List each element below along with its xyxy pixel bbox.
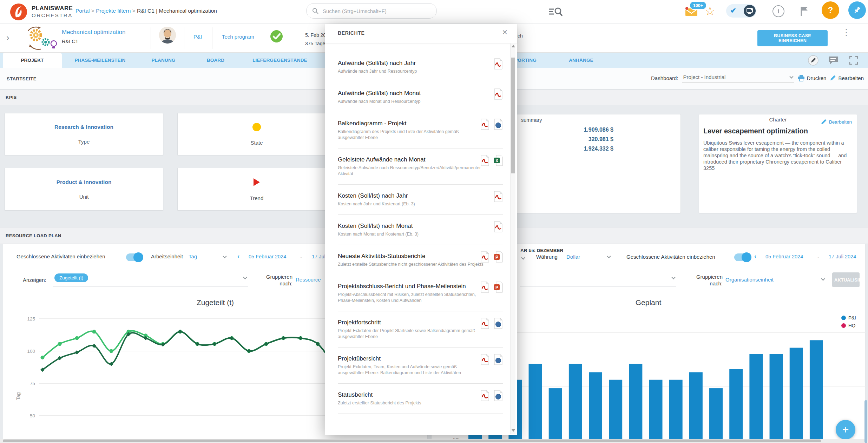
- report-item[interactable]: Balkendiagramm - ProjektBalkendiagramm d…: [338, 112, 503, 148]
- pdf-export-icon[interactable]: [494, 221, 503, 234]
- report-item[interactable]: Geleistete Aufwände nach MonatGeleistete…: [338, 148, 503, 185]
- pdf-export-icon[interactable]: [480, 354, 489, 366]
- pdf-export-icon[interactable]: [480, 318, 489, 330]
- dashboard-select[interactable]: Project - Industrial: [682, 73, 794, 82]
- html-export-icon[interactable]: [494, 354, 503, 366]
- report-item[interactable]: Kosten (Soll/Ist) nach MonatKosten nach …: [338, 215, 503, 245]
- work-unit-select[interactable]: Tag: [189, 253, 197, 259]
- tab-anhaenge[interactable]: ANHÄNGE: [564, 53, 599, 68]
- screen-edit-icon[interactable]: [744, 5, 756, 17]
- annotate-icon[interactable]: [808, 55, 819, 67]
- html-export-icon[interactable]: [494, 318, 503, 330]
- add-button[interactable]: +: [836, 420, 855, 439]
- report-item[interactable]: ProjektfortschrittProjekt-Eckdaten der P…: [338, 311, 503, 348]
- prev-period-chevron[interactable]: ‹: [754, 252, 756, 260]
- report-item[interactable]: StatusberichtZuletzt erstellter Statusbe…: [338, 384, 503, 414]
- report-item[interactable]: Aufwände (Soll/Ist) nach MonatAufwände n…: [338, 82, 503, 112]
- print-button[interactable]: Drucken: [798, 75, 827, 81]
- date-to-link[interactable]: 17 Juli 2024: [829, 254, 862, 259]
- prev-period-chevron[interactable]: ‹: [237, 252, 239, 260]
- group-by-select[interactable]: Ressource: [296, 277, 321, 283]
- kpi-card-type[interactable]: Research & Innovation Type: [5, 113, 163, 155]
- advanced-search-icon[interactable]: [548, 6, 563, 18]
- charter-project-title: Lever escapement optimization: [703, 127, 808, 135]
- business-case-submit-button[interactable]: BUSINESS CASE EINREICHEN: [757, 30, 828, 46]
- fullscreen-icon[interactable]: [849, 56, 858, 66]
- planisware-logo-icon[interactable]: [10, 3, 27, 21]
- edit-dashboard-button[interactable]: Bearbeiten: [830, 75, 864, 81]
- horizontal-scrollbar[interactable]: [0, 439, 868, 443]
- pdf-export-icon[interactable]: [494, 191, 503, 204]
- report-title: Projektübersicht: [329, 355, 468, 363]
- report-item[interactable]: Kosten (Soll/Ist) nach JahrKosten nach J…: [338, 185, 503, 215]
- pdf-export-icon[interactable]: [480, 282, 489, 294]
- report-item[interactable]: Aufwände (Soll/Ist) nach JahrAufwände na…: [338, 52, 503, 82]
- period-select-value[interactable]: AR bis DEZEMBER: [520, 248, 563, 253]
- pencil-icon: [830, 75, 836, 81]
- date-to-link[interactable]: 17 Juli 2024: [312, 254, 325, 259]
- project-org-link[interactable]: P&I: [193, 34, 202, 40]
- modal-scrollbar[interactable]: [510, 43, 515, 434]
- info-icon[interactable]: [772, 5, 784, 17]
- search-input[interactable]: [322, 8, 427, 14]
- pdf-export-icon[interactable]: [480, 251, 489, 264]
- show-select[interactable]: Zugeteilt (t): [53, 272, 248, 286]
- project-manager-avatar[interactable]: [159, 27, 176, 44]
- brand-line2: ORCHESTRA: [32, 12, 73, 19]
- report-item[interactable]: Projektabschluss-Bericht und Phase-Meile…: [338, 275, 503, 311]
- report-item[interactable]: Neueste Aktivitäts-StatusberichteZuletzt…: [338, 245, 503, 275]
- status-toggle-pill[interactable]: [726, 4, 756, 18]
- include-closed-toggle[interactable]: [734, 253, 750, 261]
- report-export-icons: X: [480, 155, 503, 167]
- refresh-button[interactable]: AKTUALISIEREN: [832, 272, 860, 287]
- show-select[interactable]: [520, 272, 676, 286]
- report-description: Zuletzt erstellte Statusberichte nicht g…: [338, 262, 484, 267]
- comments-icon[interactable]: [828, 56, 839, 66]
- date-from-link[interactable]: 05 Februar 2024: [249, 254, 286, 259]
- scroll-down-icon[interactable]: [512, 429, 515, 432]
- currency-select[interactable]: Dollar: [566, 254, 580, 260]
- date-from-link[interactable]: 05 Februar 2024: [765, 254, 803, 259]
- group-by-select[interactable]: Organisationseinheit: [725, 277, 774, 283]
- vertical-scrollbar[interactable]: [864, 0, 868, 443]
- pdf-export-icon[interactable]: [494, 58, 503, 71]
- kpi-card-trend[interactable]: Trend: [177, 168, 336, 211]
- project-title[interactable]: Mechanical optimization: [62, 29, 125, 36]
- scrollbar-thumb[interactable]: [864, 400, 867, 443]
- include-closed-toggle[interactable]: [126, 253, 142, 261]
- collapse-chevron-icon[interactable]: ›: [6, 32, 9, 43]
- ppt-export-icon[interactable]: P: [494, 282, 503, 294]
- pdf-export-icon[interactable]: [480, 390, 489, 403]
- more-options-icon[interactable]: ⋮: [842, 29, 849, 35]
- scroll-up-icon[interactable]: [512, 45, 515, 47]
- tab-board[interactable]: BOARD: [203, 53, 228, 68]
- show-value-pill[interactable]: Zugeteilt (t): [54, 273, 88, 282]
- report-item[interactable]: ProjektübersichtProjekt-Eckdaten, Team, …: [338, 348, 503, 384]
- close-icon[interactable]: ✕: [502, 28, 508, 37]
- html-export-icon[interactable]: [494, 119, 503, 131]
- pin-icon[interactable]: [848, 1, 866, 19]
- pdf-export-icon[interactable]: [480, 119, 489, 131]
- pdf-export-icon[interactable]: [480, 155, 489, 167]
- scrollbar-thumb[interactable]: [511, 58, 515, 173]
- tab-projekt[interactable]: PROJEKT: [3, 53, 62, 68]
- ppt-export-icon[interactable]: P: [494, 251, 503, 264]
- pencil-icon: [821, 119, 827, 125]
- kpi-card-state[interactable]: State: [177, 113, 336, 155]
- global-search[interactable]: [306, 3, 437, 19]
- tab-planung[interactable]: PLANUNG: [147, 53, 180, 68]
- project-program-link[interactable]: Tech program: [222, 34, 254, 40]
- charter-edit-button[interactable]: Bearbeiten: [821, 119, 852, 125]
- help-locator-icon[interactable]: [822, 1, 839, 19]
- excel-export-icon[interactable]: X: [494, 155, 503, 167]
- breadcrumb-portal[interactable]: Portal: [75, 8, 90, 14]
- breadcrumb-filter[interactable]: Projekte filtern: [96, 8, 131, 14]
- html-export-icon[interactable]: [494, 390, 503, 403]
- tab-phase-meilenstein[interactable]: PHASE-MEILENSTEIN: [70, 53, 130, 68]
- kpi-card-unit[interactable]: Product & Innovation Unit: [5, 168, 163, 211]
- pdf-export-icon[interactable]: [494, 88, 503, 101]
- notification-count-badge[interactable]: 100+: [689, 1, 707, 10]
- scrollbar-thumb[interactable]: [3, 439, 821, 442]
- flag-icon[interactable]: [799, 6, 810, 17]
- tab-liefergegenstaende[interactable]: LIEFERGEGENSTÄNDE: [246, 53, 313, 68]
